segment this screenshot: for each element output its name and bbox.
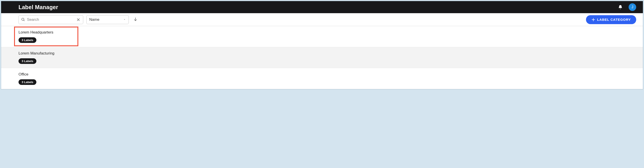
add-label-category-button[interactable]: LABEL CATEGORY xyxy=(586,15,636,24)
add-button-label: LABEL CATEGORY xyxy=(597,18,631,22)
plus-icon xyxy=(591,18,595,22)
category-row[interactable]: Lorem Manufacturing3 Labels xyxy=(1,47,643,68)
label-count-badge: 3 Labels xyxy=(18,37,36,43)
search-field[interactable] xyxy=(18,15,83,24)
category-name: Lorem Manufacturing xyxy=(18,51,636,56)
label-count-badge: 3 Labels xyxy=(18,58,36,64)
search-input[interactable] xyxy=(27,18,76,22)
avatar-initial: J xyxy=(632,5,633,9)
category-row[interactable]: Lorem Headquarters3 Labels xyxy=(1,26,643,47)
avatar[interactable]: J xyxy=(628,3,636,11)
topbar-actions: J xyxy=(618,3,636,11)
page-title: Label Manager xyxy=(18,4,58,11)
category-list: Lorem Headquarters3 LabelsLorem Manufact… xyxy=(1,26,643,89)
svg-line-1 xyxy=(24,20,24,21)
arrow-down-icon xyxy=(133,17,138,22)
svg-point-0 xyxy=(22,18,24,20)
sort-select-label: Name xyxy=(89,18,99,22)
list-container: Lorem Headquarters3 LabelsLorem Manufact… xyxy=(1,26,643,89)
category-row[interactable]: Office3 Labels xyxy=(1,68,643,89)
sort-direction-button[interactable] xyxy=(132,16,139,24)
sort-select[interactable]: Name xyxy=(86,15,129,24)
app-frame: Label Manager J Name xyxy=(1,1,643,89)
toolbar: Name LABEL CATEGORY xyxy=(1,13,643,26)
clear-search-button[interactable] xyxy=(76,17,81,22)
category-name: Office xyxy=(18,72,636,77)
label-count-badge: 3 Labels xyxy=(18,79,36,85)
category-name: Lorem Headquarters xyxy=(18,30,636,35)
caret-down-icon xyxy=(123,18,126,22)
topbar: Label Manager J xyxy=(1,1,643,13)
notifications-icon[interactable] xyxy=(618,5,623,10)
